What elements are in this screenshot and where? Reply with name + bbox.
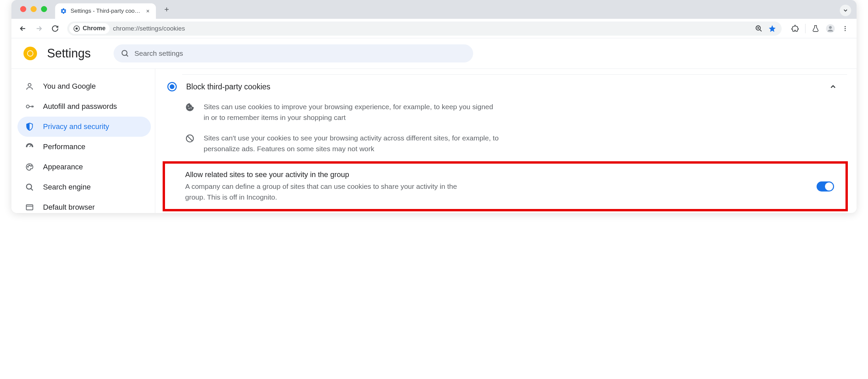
new-tab-button[interactable]: [161, 3, 173, 15]
url-text: chrome://settings/cookies: [113, 25, 752, 32]
svg-point-10: [28, 51, 33, 56]
svg-point-4: [829, 26, 832, 29]
bookmark-icon[interactable]: [766, 22, 779, 35]
sidebar-item-label: Default browser: [43, 203, 95, 212]
zoom-icon[interactable]: [752, 22, 766, 35]
option-title: Block third-party cookies: [186, 82, 828, 91]
chrome-logo-icon: [23, 46, 38, 61]
back-button[interactable]: [16, 22, 30, 35]
content-row: You and Google Autofill and passwords Pr…: [11, 68, 857, 213]
search-icon: [121, 50, 129, 58]
svg-point-1: [75, 27, 78, 30]
sidebar-item-label: Search engine: [43, 183, 91, 191]
settings-header: Settings: [11, 38, 857, 68]
forward-button[interactable]: [32, 22, 46, 35]
svg-point-13: [26, 105, 29, 108]
main-content: Block third-party cookies Sites can use …: [155, 69, 857, 213]
svg-point-20: [188, 108, 189, 109]
reload-button[interactable]: [49, 22, 62, 35]
sidebar-item-you-and-google[interactable]: You and Google: [18, 76, 151, 96]
cookie-icon: [185, 102, 195, 112]
sidebar-item-label: Privacy and security: [43, 122, 109, 131]
search-settings-box[interactable]: [114, 44, 473, 63]
window-controls: [20, 6, 47, 12]
option-header[interactable]: Block third-party cookies: [165, 81, 847, 99]
sidebar-item-label: Performance: [43, 143, 85, 151]
search-input[interactable]: [134, 50, 466, 58]
sidebar-item-label: Appearance: [43, 163, 83, 171]
browser-window: Settings - Third-party cookies Chrome: [11, 0, 857, 213]
toggle-switch[interactable]: [816, 182, 834, 191]
sidebar-item-default-browser[interactable]: Default browser: [18, 197, 151, 213]
omnibox[interactable]: Chrome chrome://settings/cookies: [67, 22, 782, 36]
toggle-knob: [825, 183, 833, 190]
speed-icon: [25, 142, 34, 152]
site-chip[interactable]: Chrome: [69, 23, 110, 34]
svg-point-17: [27, 184, 32, 189]
svg-point-11: [122, 51, 127, 56]
description-row-allow: Sites can use cookies to improve your br…: [165, 99, 847, 130]
block-icon: [185, 133, 195, 144]
sidebar-item-label: You and Google: [43, 82, 96, 91]
extensions-icon[interactable]: [788, 22, 802, 35]
description-text: Sites can't use your cookies to see your…: [204, 133, 499, 154]
highlighted-setting: Allow related sites to see your activity…: [163, 161, 848, 211]
separator: [182, 74, 847, 74]
svg-rect-18: [26, 204, 33, 210]
sidebar-item-search-engine[interactable]: Search engine: [18, 177, 151, 197]
highlight-description: A company can define a group of sites th…: [185, 181, 467, 202]
chevron-up-icon[interactable]: [828, 82, 838, 91]
svg-point-12: [28, 83, 31, 86]
person-icon: [25, 82, 34, 91]
sidebar-item-label: Autofill and passwords: [43, 102, 117, 111]
shield-icon: [25, 122, 34, 131]
search-icon: [25, 183, 34, 192]
toolbar: Chrome chrome://settings/cookies: [11, 19, 857, 38]
chrome-icon: [73, 25, 80, 32]
menu-icon[interactable]: [838, 22, 852, 35]
svg-point-5: [844, 26, 845, 27]
description-text: Sites can use cookies to improve your br…: [204, 101, 499, 123]
separator: [805, 24, 806, 33]
maximize-window-button[interactable]: [41, 6, 47, 12]
tab-overflow-button[interactable]: [840, 5, 851, 16]
radio-selected[interactable]: [167, 82, 177, 91]
svg-point-21: [190, 107, 191, 108]
palette-icon: [25, 162, 34, 172]
svg-point-14: [28, 166, 29, 167]
highlight-text: Allow related sites to see your activity…: [185, 170, 816, 202]
svg-point-16: [31, 165, 32, 166]
tab-strip: Settings - Third-party cookies: [11, 0, 857, 19]
browser-tab[interactable]: Settings - Third-party cookies: [55, 3, 156, 19]
cookie-option-card: Block third-party cookies Sites can use …: [165, 74, 847, 213]
svg-point-15: [29, 165, 30, 166]
labs-icon[interactable]: [809, 22, 822, 35]
sidebar-item-appearance[interactable]: Appearance: [18, 157, 151, 177]
svg-point-19: [188, 105, 189, 106]
tab-title: Settings - Third-party cookies: [70, 8, 142, 14]
close-window-button[interactable]: [20, 6, 26, 12]
browser-icon: [25, 202, 34, 212]
sidebar: You and Google Autofill and passwords Pr…: [11, 69, 155, 213]
gear-icon: [60, 7, 67, 15]
close-tab-icon[interactable]: [145, 8, 151, 14]
page-title: Settings: [47, 46, 91, 61]
svg-point-6: [844, 28, 845, 29]
minimize-window-button[interactable]: [31, 6, 37, 12]
profile-icon[interactable]: [824, 22, 837, 35]
highlight-title: Allow related sites to see your activity…: [185, 170, 816, 179]
site-chip-label: Chrome: [83, 25, 105, 32]
sidebar-item-privacy-security[interactable]: Privacy and security: [18, 117, 151, 137]
key-icon: [25, 102, 34, 111]
svg-point-7: [844, 30, 845, 31]
description-row-block: Sites can't use your cookies to see your…: [165, 130, 847, 161]
sidebar-item-autofill[interactable]: Autofill and passwords: [18, 96, 151, 117]
toolbar-actions: [788, 22, 852, 35]
sidebar-item-performance[interactable]: Performance: [18, 137, 151, 157]
